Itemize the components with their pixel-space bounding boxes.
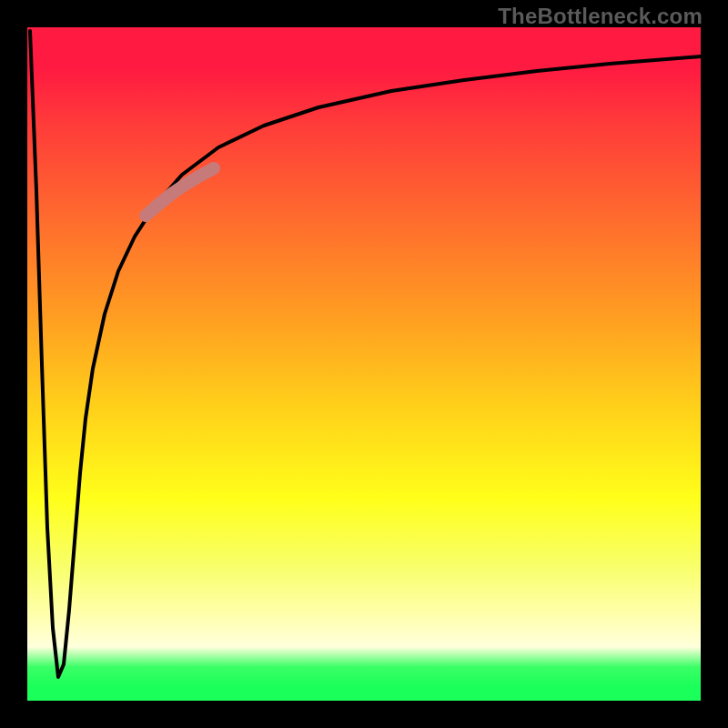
plot-area	[27, 27, 701, 701]
curve-layer	[27, 27, 701, 701]
bottleneck-curve	[30, 31, 701, 677]
watermark-text: TheBottleneck.com	[498, 4, 703, 29]
chart-frame: TheBottleneck.com	[0, 0, 728, 728]
